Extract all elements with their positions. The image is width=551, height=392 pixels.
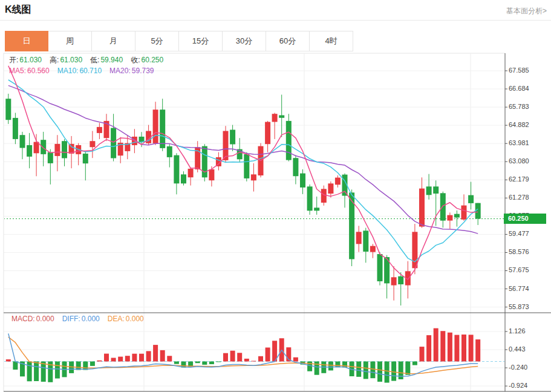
- y-axis-label: -0.240: [509, 364, 527, 371]
- y-axis-label: 66.684: [509, 85, 529, 92]
- legend-item: DEA:0.000: [108, 315, 144, 323]
- y-axis-label: -0.924: [509, 382, 527, 389]
- period-tab-3[interactable]: 5分: [135, 31, 179, 51]
- y-axis-label: 63.981: [509, 139, 529, 146]
- period-tabbar: 日周月5分15分30分60分4时: [5, 31, 353, 51]
- y-axis-label: 64.882: [509, 121, 529, 128]
- y-axis-label: 61.278: [509, 194, 529, 201]
- ma-legend: MA5:60.560MA10:60.710MA20:59.739: [9, 67, 162, 75]
- y-axis-label: 63.080: [509, 157, 529, 165]
- period-tab-1[interactable]: 周: [48, 31, 92, 51]
- main-panel: [4, 66, 505, 305]
- legend-item: 高:61.030: [50, 56, 82, 64]
- legend-item: MACD:0.000: [11, 315, 54, 323]
- period-tab-5[interactable]: 30分: [223, 31, 266, 51]
- period-tab-6[interactable]: 60分: [266, 31, 310, 51]
- y-axis-label: 59.477: [509, 230, 529, 237]
- macd-legend: MACD:0.000DIFF:0.000DEA:0.000: [11, 315, 152, 323]
- y-axis-label: 67.585: [509, 67, 529, 74]
- legend-item: 低:59.940: [90, 56, 123, 64]
- legend-item: 开:61.030: [9, 56, 42, 64]
- current-price-tag: 60.250: [504, 214, 546, 224]
- y-axis-label: 65.783: [509, 103, 529, 110]
- legend-item: MA5:60.560: [9, 67, 50, 75]
- period-tab-0[interactable]: 日: [5, 31, 48, 51]
- y-axis-label: 57.675: [509, 266, 529, 273]
- period-tab-7[interactable]: 4时: [310, 31, 353, 51]
- period-tab-2[interactable]: 月: [92, 31, 135, 51]
- legend-item: 收:60.250: [131, 56, 163, 64]
- y-axis-label: 62.179: [509, 175, 529, 183]
- ohlc-legend: 开:61.030高:61.030低:59.940收:60.250: [9, 55, 171, 65]
- y-axis-label: 55.873: [509, 303, 529, 310]
- period-tab-4[interactable]: 15分: [179, 31, 223, 51]
- legend-item: DIFF:0.000: [62, 315, 100, 323]
- y-axis-label: 56.774: [509, 285, 529, 292]
- legend-item: MA10:60.710: [57, 67, 102, 75]
- macd-panel: [4, 328, 505, 383]
- y-axis-label: 58.576: [509, 248, 529, 255]
- y-axis-label: 1.126: [509, 327, 526, 335]
- y-axis-label: 0.443: [509, 345, 526, 353]
- legend-item: MA20:59.739: [109, 67, 154, 75]
